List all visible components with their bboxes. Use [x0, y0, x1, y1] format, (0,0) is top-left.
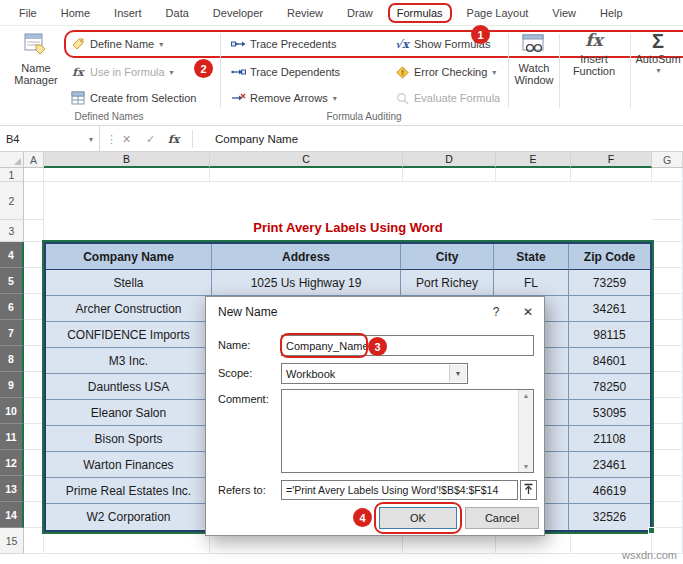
cell[interactable]	[24, 502, 44, 528]
cell[interactable]	[652, 220, 683, 242]
column-header-F[interactable]: F	[571, 152, 652, 168]
row-header-14[interactable]: 14	[0, 502, 24, 528]
collapse-dialog-button[interactable]	[520, 480, 537, 500]
cell[interactable]	[652, 182, 683, 220]
table-cell[interactable]: Archer Construction	[46, 296, 212, 322]
row-header-2[interactable]: 2	[0, 182, 24, 220]
table-cell[interactable]: W2 Corporation	[46, 504, 212, 530]
enter-entry-icon[interactable]: ✓	[146, 126, 155, 152]
dialog-close-button[interactable]: ✕	[512, 297, 544, 327]
scroll-up-icon[interactable]: ▲	[523, 392, 530, 399]
cell[interactable]	[652, 346, 683, 372]
cell[interactable]	[24, 182, 44, 220]
scope-dropdown-icon[interactable]: ▾	[449, 365, 466, 382]
formula-bar-value[interactable]: Company Name	[215, 126, 298, 152]
cell[interactable]	[24, 424, 44, 450]
tab-review[interactable]: Review	[278, 3, 332, 23]
name-box[interactable]: B4 ▾	[0, 126, 100, 152]
table-cell[interactable]: 46619	[569, 478, 650, 504]
row-header-6[interactable]: 6	[0, 294, 24, 320]
error-checking-button[interactable]: ! Error Checking ▾	[394, 62, 496, 82]
table-cell[interactable]: M3 Inc.	[46, 348, 212, 374]
trace-dependents-button[interactable]: Trace Dependents	[230, 62, 340, 82]
cancel-button[interactable]: Cancel	[465, 507, 539, 529]
scope-select[interactable]: Workbook ▾	[281, 363, 468, 384]
watch-window-button[interactable]: Watch Window	[512, 31, 556, 107]
row-header-7[interactable]: 7	[0, 320, 24, 346]
row-header-5[interactable]: 5	[0, 268, 24, 294]
table-cell[interactable]: CONFIDENCE Imports	[46, 322, 212, 348]
cell[interactable]	[24, 372, 44, 398]
cell[interactable]	[24, 294, 44, 320]
cell[interactable]	[652, 294, 683, 320]
row-header-15[interactable]: 15	[0, 528, 24, 554]
name-manager-button[interactable]: Name Manager	[8, 31, 64, 107]
table-cell[interactable]: 34261	[569, 296, 650, 322]
row-header-9[interactable]: 9	[0, 372, 24, 398]
autosum-button[interactable]: Σ AutoSum ▾	[635, 31, 681, 107]
cell[interactable]	[652, 372, 683, 398]
fill-handle[interactable]	[648, 527, 655, 534]
cell[interactable]	[652, 168, 683, 182]
row-header-12[interactable]: 12	[0, 450, 24, 476]
column-header-D[interactable]: D	[403, 152, 496, 168]
row-header-8[interactable]: 8	[0, 346, 24, 372]
column-header-B[interactable]: B	[44, 152, 210, 168]
row-header-3[interactable]: 3	[0, 220, 24, 242]
table-cell[interactable]: 32526	[569, 504, 650, 530]
tab-formulas[interactable]: Formulas	[388, 3, 452, 23]
cell[interactable]	[210, 168, 403, 182]
table-cell[interactable]: Warton Finances	[46, 452, 212, 478]
tab-help[interactable]: Help	[591, 3, 632, 23]
row-header-4[interactable]: 4	[0, 242, 24, 268]
table-header-cell[interactable]: City	[401, 244, 494, 270]
dialog-help-button[interactable]: ?	[480, 297, 512, 327]
table-cell[interactable]: Bison Sports	[46, 426, 212, 452]
table-header-cell[interactable]: Company Name	[46, 244, 212, 270]
table-cell[interactable]: 1025 Us Highway 19	[212, 270, 401, 296]
cell[interactable]	[652, 242, 683, 268]
name-input[interactable]: Company_Name	[281, 335, 534, 356]
cell[interactable]	[24, 220, 44, 242]
dialog-titlebar[interactable]: New Name ? ✕	[206, 297, 544, 327]
cell[interactable]	[652, 502, 683, 528]
table-cell[interactable]: Prime Real Estates Inc.	[46, 478, 212, 504]
cell[interactable]	[571, 168, 652, 182]
table-cell[interactable]: 53095	[569, 400, 650, 426]
table-cell[interactable]: 23461	[569, 452, 650, 478]
table-cell[interactable]: Dauntless USA	[46, 374, 212, 400]
table-cell[interactable]: FL	[494, 270, 569, 296]
scroll-down-icon[interactable]: ▼	[523, 463, 530, 470]
table-cell[interactable]: 98115	[569, 322, 650, 348]
tab-file[interactable]: File	[10, 3, 46, 23]
remove-arrows-button[interactable]: Remove Arrows ▾	[230, 88, 337, 108]
create-from-selection-button[interactable]: Create from Selection	[70, 88, 196, 108]
column-header-E[interactable]: E	[496, 152, 571, 168]
ok-button[interactable]: OK	[379, 507, 457, 529]
cell[interactable]	[652, 476, 683, 502]
cell[interactable]	[652, 424, 683, 450]
table-cell[interactable]: 21108	[569, 426, 650, 452]
tab-view[interactable]: View	[543, 3, 585, 23]
sheet-title-cell[interactable]: Print Avery Labels Using Word	[44, 182, 652, 242]
tab-home[interactable]: Home	[52, 3, 99, 23]
cell[interactable]	[44, 168, 210, 182]
tab-draw[interactable]: Draw	[338, 3, 382, 23]
cell[interactable]	[24, 528, 44, 554]
column-header-C[interactable]: C	[210, 152, 403, 168]
formula-bar-drag-handle-icon[interactable]: ⋮	[106, 126, 117, 152]
table-cell[interactable]: 84601	[569, 348, 650, 374]
cell[interactable]	[652, 268, 683, 294]
table-cell[interactable]: Eleanor Salon	[46, 400, 212, 426]
cell[interactable]	[24, 320, 44, 346]
comment-textarea[interactable]: ▲ ▼	[281, 389, 534, 473]
table-cell[interactable]: 73259	[569, 270, 650, 296]
table-header-cell[interactable]: Zip Code	[569, 244, 650, 270]
cell[interactable]	[24, 398, 44, 424]
insert-function-button[interactable]: fx Insert Function	[563, 31, 625, 107]
cell[interactable]	[24, 242, 44, 268]
trace-precedents-button[interactable]: Trace Precedents	[230, 34, 336, 54]
row-header-13[interactable]: 13	[0, 476, 24, 502]
column-header-A[interactable]: A	[24, 152, 44, 168]
cell[interactable]	[24, 168, 44, 182]
